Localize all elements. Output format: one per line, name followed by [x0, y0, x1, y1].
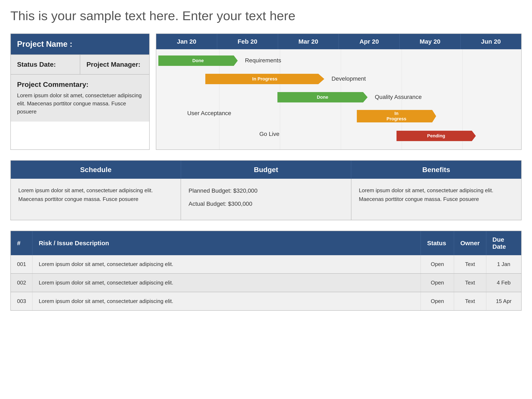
commentary-title: Project Commentary: — [17, 80, 143, 89]
gantt-month-2: Feb 20 — [217, 34, 278, 49]
gantt-header: Jan 20 Feb 20 Mar 20 Apr 20 May 20 Jun 2… — [156, 34, 521, 49]
actual-budget: Actual Budget: $300,000 — [189, 199, 343, 209]
risk-table-row: 003 Lorem ipsum dolor sit amet, consecte… — [11, 292, 521, 310]
requirements-label: Requirements — [245, 57, 281, 64]
development-status: In Progress — [252, 76, 278, 82]
th-duedate: Due Date — [486, 231, 521, 255]
risk-status-1: Open — [421, 273, 454, 292]
project-name-row: Project Name : — [11, 34, 149, 54]
risk-duedate-2: 15 Apr — [486, 292, 521, 310]
schedule-cell: Lorem ipsum dolor sit amet, consectetuer… — [11, 179, 181, 220]
gantt-row-qa: Done Quality Assurance — [158, 90, 519, 105]
project-manager-label: Project Manager: — [86, 61, 140, 68]
risk-num-0: 001 — [11, 255, 32, 273]
th-status: Status — [421, 231, 454, 255]
gantt-row-development: In Progress Development — [158, 72, 519, 86]
risk-table-row: 002 Lorem ipsum dolor sit amet, consecte… — [11, 273, 521, 292]
risk-num-2: 003 — [11, 292, 32, 310]
requirements-status: Done — [192, 58, 204, 63]
gantt-row-golive: Go Live Pending — [158, 129, 519, 143]
golive-arrow: Pending — [397, 131, 476, 141]
development-label: Development — [331, 76, 366, 82]
risk-num-1: 002 — [11, 273, 32, 292]
qa-arrow: Done — [278, 92, 368, 102]
status-date-cell: Status Date: — [11, 55, 80, 74]
risk-table-header-row: # Risk / Issue Description Status Owner … — [11, 231, 521, 255]
risk-owner-0: Text — [454, 255, 486, 273]
benefits-header: Benefits — [351, 161, 521, 179]
gantt-chart: Jan 20 Feb 20 Mar 20 Apr 20 May 20 Jun 2… — [156, 33, 522, 150]
status-date-label: Status Date: — [17, 61, 56, 68]
gantt-month-6: Jun 20 — [461, 34, 521, 49]
middle-header: Schedule Budget Benefits — [11, 161, 521, 179]
risk-description-0: Lorem ipsum dolor sit amet, consectetuer… — [32, 255, 421, 273]
benefits-text: Lorem ipsum dolor sit amet, consectetuer… — [359, 187, 493, 202]
risk-duedate-1: 4 Feb — [486, 273, 521, 292]
page-title: This is your sample text here. Enter you… — [10, 8, 522, 23]
gantt-row-uat: User Acceptance InProgress — [158, 108, 519, 125]
th-description: Risk / Issue Description — [32, 231, 421, 255]
schedule-header: Schedule — [11, 161, 181, 179]
budget-cell: Planned Budget: $320,000 Actual Budget: … — [181, 179, 351, 220]
project-name-label: Project Name : — [17, 40, 72, 48]
qa-status: Done — [317, 95, 328, 100]
project-manager-cell: Project Manager: — [80, 55, 149, 74]
schedule-text: Lorem ipsum dolor sit amet, consectetuer… — [18, 187, 153, 202]
risk-duedate-0: 1 Jan — [486, 255, 521, 273]
budget-header: Budget — [181, 161, 351, 179]
middle-section: Schedule Budget Benefits Lorem ipsum dol… — [10, 160, 522, 220]
risk-owner-1: Text — [454, 273, 486, 292]
status-manager-row: Status Date: Project Manager: — [11, 54, 149, 74]
th-num: # — [11, 231, 32, 255]
gantt-month-3: Mar 20 — [278, 34, 339, 49]
qa-label: Quality Assurance — [375, 94, 422, 100]
gantt-row-requirements: Done Requirements — [158, 53, 519, 68]
uat-status: InProgress — [386, 111, 406, 122]
benefits-cell: Lorem ipsum dolor sit amet, consectetuer… — [351, 179, 521, 220]
risk-table: # Risk / Issue Description Status Owner … — [10, 231, 522, 311]
commentary-row: Project Commentary: Lorem ipsum dolor si… — [11, 74, 149, 121]
top-section: Project Name : Status Date: Project Mana… — [10, 33, 522, 150]
requirements-arrow: Done — [158, 56, 238, 66]
planned-budget: Planned Budget: $320,000 — [189, 186, 343, 196]
risk-description-1: Lorem ipsum dolor sit amet, consectetuer… — [32, 273, 421, 292]
risk-owner-2: Text — [454, 292, 486, 310]
th-owner: Owner — [454, 231, 486, 255]
gantt-month-5: May 20 — [400, 34, 461, 49]
risk-table-row: 001 Lorem ipsum dolor sit amet, consecte… — [11, 255, 521, 273]
gantt-month-1: Jan 20 — [156, 34, 217, 49]
risk-table-body: 001 Lorem ipsum dolor sit amet, consecte… — [11, 255, 521, 310]
gantt-month-4: Apr 20 — [339, 34, 400, 49]
risk-status-2: Open — [421, 292, 454, 310]
risk-description-2: Lorem ipsum dolor sit amet, consectetuer… — [32, 292, 421, 310]
left-panel: Project Name : Status Date: Project Mana… — [10, 33, 150, 150]
uat-arrow: InProgress — [357, 110, 436, 122]
uat-label: User Acceptance — [187, 110, 231, 117]
golive-label: Go Live — [259, 131, 279, 137]
golive-status: Pending — [427, 133, 445, 139]
middle-body: Lorem ipsum dolor sit amet, consectetuer… — [11, 179, 521, 220]
development-arrow: In Progress — [205, 74, 324, 84]
commentary-text: Lorem ipsum dolor sit amet, consectetuer… — [17, 91, 143, 116]
risk-status-0: Open — [421, 255, 454, 273]
